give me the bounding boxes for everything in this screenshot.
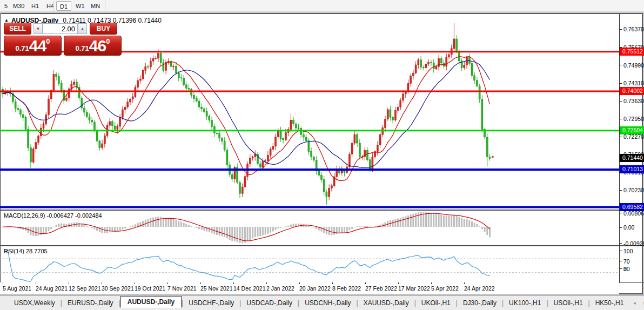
candle-body (311, 152, 312, 157)
date-axis-tick (299, 282, 300, 284)
tab-scroll-left-icon[interactable]: ◄ (629, 301, 640, 306)
macd-histogram-bar (109, 227, 111, 232)
timeframe-mn[interactable]: MN (88, 1, 103, 11)
candle-body (216, 133, 218, 134)
candle-body (119, 118, 121, 126)
rsi-line (5, 250, 490, 281)
candle-body (270, 149, 271, 155)
price-axis-tick (620, 83, 622, 84)
macd-histogram-bar (102, 227, 103, 233)
price-axis-label: 0.76370 (623, 26, 644, 32)
tab-ukoil-h1[interactable]: UKOil-,H1 (416, 298, 456, 308)
date-axis-tick (135, 282, 135, 284)
candle-body (145, 67, 146, 71)
tab-eurusd-daily[interactable]: EURUSD-,Daily (62, 298, 119, 308)
date-axis-label: 24 Aug 2021 (36, 285, 68, 292)
macd-histogram-bar (249, 227, 251, 240)
buy-price-prefix: 0.71 (76, 44, 89, 52)
timeframe-h4[interactable]: H4 (43, 1, 57, 11)
macd-histogram-bar (196, 227, 197, 228)
candle-body (122, 110, 123, 118)
candle-body (28, 129, 29, 147)
macd-axis-tick (620, 213, 622, 213)
price-axis-tick (620, 119, 622, 119)
tab-usdcad-daily[interactable]: USDCAD-,Daily (241, 298, 298, 308)
macd-histogram-bar (431, 213, 432, 227)
tab-hk50-h1[interactable]: HK50-,H1 (590, 298, 629, 308)
pane-separator[interactable] (0, 210, 644, 211)
timeframe-d1[interactable]: D1 (56, 1, 71, 11)
candle-body (377, 145, 378, 152)
macd-histogram-bar (285, 226, 286, 227)
tab-usdcnh-daily[interactable]: USDCNH-,Daily (299, 298, 356, 308)
tab-xauusd-daily[interactable]: XAUUSD-,Daily (358, 298, 414, 308)
timeframe-m30[interactable]: M30 (10, 1, 28, 11)
candle-body (244, 177, 246, 187)
sell-button[interactable]: SELL (4, 23, 31, 35)
date-axis-label: 24 Apr 2022 (464, 285, 495, 292)
tab-usdx-weekly[interactable]: USDX,Weekly (9, 298, 61, 308)
macd-histogram-bar (481, 227, 483, 229)
macd-axis-tick (620, 227, 622, 228)
timeframe-w1[interactable]: W1 (72, 1, 88, 11)
candle-body (104, 136, 105, 144)
rsi-pane[interactable] (0, 246, 619, 282)
price-level-badge[interactable]: 0.72504 (620, 126, 644, 134)
macd-histogram-bar (119, 227, 121, 231)
volume-input[interactable] (43, 23, 78, 34)
macd-histogram-bar (219, 227, 220, 235)
tab-scroll-right-icon[interactable]: ► (640, 301, 644, 306)
candle-body (280, 131, 281, 139)
macd-histogram-bar (323, 227, 325, 233)
candle-body (440, 58, 442, 63)
tab-usoil-h1[interactable]: USOil-,H1 (548, 298, 588, 308)
timeframe-h1[interactable]: H1 (28, 1, 42, 11)
price-axis[interactable]: 0.763700.756700.749900.743100.736300.729… (620, 14, 644, 294)
macd-histogram-bar (86, 226, 88, 227)
macd-histogram-bar (479, 226, 480, 227)
price-level-badge[interactable]: 0.71013 (620, 165, 644, 173)
candle-body (321, 175, 323, 179)
candle-body (323, 179, 325, 192)
sell-price-button[interactable]: 0.71440 (4, 36, 62, 56)
buy-button[interactable]: BUY (90, 23, 117, 35)
pane-separator[interactable] (0, 245, 644, 246)
candle-body (428, 63, 430, 64)
date-axis-tick (102, 282, 102, 284)
rsi-axis-label: 0 (623, 266, 627, 272)
trading-terminal: 5M30H1H4D1W1MN ▲AUDUSD-,Daily0.71411 0.7… (0, 0, 644, 310)
candle-body (331, 186, 332, 188)
macd-histogram-bar (170, 219, 172, 227)
macd-histogram-bar (124, 227, 126, 228)
candle-body (206, 112, 207, 117)
macd-histogram-bar (448, 216, 450, 227)
buy-price-button[interactable]: 0.71460 (64, 36, 122, 56)
date-axis[interactable]: 5 Aug 202124 Aug 202112 Sep 202130 Sep 2… (0, 282, 619, 294)
candle-body (61, 84, 62, 91)
price-level-badge[interactable]: 0.75512 (620, 48, 644, 56)
expand-panel-icon[interactable]: ▲ (4, 18, 9, 23)
macd-axis-label: 0.00 (623, 224, 634, 231)
moving-average-line (3, 60, 490, 167)
tab-usdchf-daily[interactable]: USDCHF-,Daily (183, 298, 239, 308)
buy-price-pip: 0 (106, 37, 110, 45)
tab-dj30-daily[interactable]: DJ30-,Daily (458, 298, 502, 308)
candle-body (211, 120, 213, 126)
volume-decrease-icon[interactable]: ▼ (33, 23, 43, 34)
macd-histogram-bar (130, 226, 131, 227)
candle-body (387, 110, 388, 119)
candle-body (293, 120, 294, 124)
volume-increase-icon[interactable]: ▲ (78, 23, 87, 34)
candle-body (66, 98, 68, 100)
sell-price-main: 44 (29, 37, 46, 55)
tab-uk100-h1[interactable]: UK100-,H1 (504, 298, 546, 308)
candle-body (412, 73, 414, 76)
macd-histogram-bar (247, 227, 249, 241)
tab-audusd-daily[interactable]: AUDUSD-,Daily (120, 296, 182, 308)
price-axis-tick (620, 137, 622, 137)
macd-histogram-bar (435, 214, 437, 227)
date-axis-tick (464, 282, 465, 284)
macd-histogram-bar (265, 227, 266, 235)
macd-histogram-bar (293, 224, 294, 227)
price-level-badge[interactable]: 0.74002 (620, 87, 644, 95)
